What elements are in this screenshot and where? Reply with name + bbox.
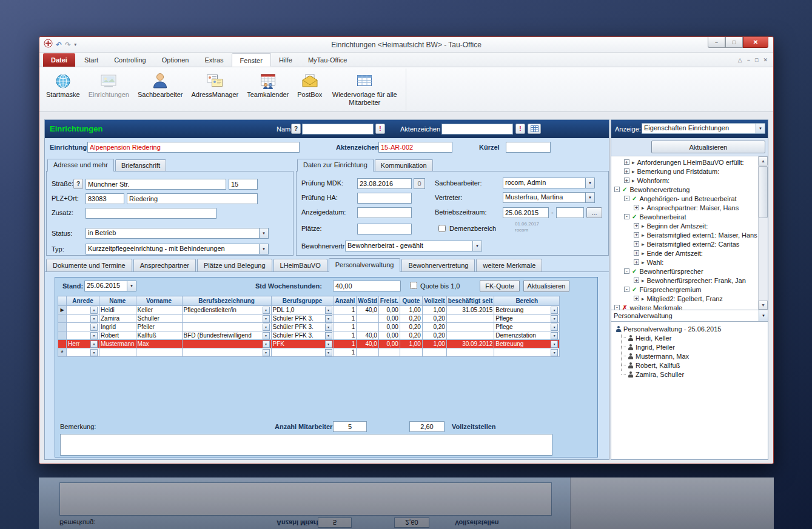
cell-bereich[interactable]: Betreuung▼: [494, 340, 560, 348]
cell-berufsbezeichnung[interactable]: BFD (Bundesfreiwilligend▼: [182, 331, 271, 340]
col-berufsgruppe[interactable]: Berufsgruppe: [271, 296, 334, 306]
ribbon-tab-controlling[interactable]: Controlling: [106, 53, 154, 67]
cell-wostd[interactable]: [357, 314, 378, 323]
expand-icon[interactable]: +: [624, 159, 629, 165]
cell-wostd[interactable]: 40,0: [357, 340, 378, 348]
ribbon-tab-start[interactable]: Start: [76, 53, 106, 67]
personalverwaltung-select[interactable]: Personalverwaltung ▼: [611, 310, 768, 322]
cell-berufsgruppe[interactable]: Schüler PFK 3.▼: [271, 314, 334, 323]
typ-select[interactable]: Kurzzeitpflegeeinrichtung - mit Behinder…: [86, 244, 269, 255]
row-selector[interactable]: [58, 331, 67, 340]
cell-name[interactable]: Mustermann: [99, 340, 136, 348]
cell-freist[interactable]: 0,00: [378, 314, 400, 323]
plz-input[interactable]: [86, 193, 124, 204]
aktenzeichen-search-input[interactable]: [441, 124, 513, 135]
undo-button[interactable]: ↶: [56, 41, 62, 48]
tree-item[interactable]: -✓Bewohnerfürsprecher: [611, 267, 768, 276]
pruefung-mdk-input[interactable]: [357, 178, 412, 189]
expand-icon[interactable]: -: [624, 196, 629, 201]
dropdown-arrow-icon[interactable]: ▼: [90, 332, 98, 339]
quote-checkbox[interactable]: [410, 282, 417, 289]
expand-icon[interactable]: +: [634, 250, 639, 256]
tree-item[interactable]: +▸Bemerkung und Fristdatum:: [611, 167, 768, 176]
col-bereich[interactable]: Bereich: [494, 296, 560, 306]
betriebszeitraum-von-input[interactable]: [503, 207, 549, 218]
cell-anrede[interactable]: ▼: [67, 348, 99, 357]
cell-quote[interactable]: 1,00: [400, 340, 422, 348]
cell-anrede[interactable]: ▼: [67, 331, 99, 340]
cell-wostd[interactable]: 40,0: [357, 331, 378, 340]
tree-scrollbar[interactable]: ▲ ▼: [758, 156, 768, 310]
dropdown-arrow-icon[interactable]: ▼: [551, 332, 558, 339]
cell-vorname[interactable]: Kallfuß: [136, 331, 182, 340]
tree-item[interactable]: +▸Wohnform:: [611, 176, 768, 185]
dropdown-arrow-icon[interactable]: ▼: [259, 228, 268, 238]
cell-quote[interactable]: 0,20: [400, 314, 422, 323]
cell-anrede[interactable]: Herr▼: [67, 340, 99, 348]
col-anzahl[interactable]: Anzahl: [334, 296, 357, 306]
col-vollzeit[interactable]: Vollzeit: [422, 296, 446, 306]
dropdown-arrow-icon[interactable]: ▼: [325, 307, 332, 314]
tab-ansprechpartner[interactable]: Ansprechpartner: [133, 259, 196, 271]
expand-icon[interactable]: +: [624, 178, 629, 183]
dropdown-arrow-icon[interactable]: ▼: [90, 324, 98, 331]
cell-name[interactable]: [99, 348, 136, 357]
dropdown-arrow-icon[interactable]: ▼: [551, 307, 558, 314]
expand-icon[interactable]: +: [634, 241, 639, 247]
tree-item[interactable]: -✓Bewohnerbeirat: [611, 212, 768, 221]
cell-berufsgruppe[interactable]: PFK▼: [271, 340, 334, 348]
personal-tree-item[interactable]: Mustermann, Max: [621, 351, 768, 361]
dropdown-arrow-icon[interactable]: ▼: [585, 193, 594, 202]
tab-daten-zur-einrichtung[interactable]: Daten zur Einrichtung: [297, 159, 374, 171]
ribbon-button-adressmanager[interactable]: AdressManager: [187, 68, 243, 100]
tab-personalverwaltung[interactable]: Personalverwaltung: [329, 258, 401, 272]
expand-icon[interactable]: -: [614, 305, 620, 310]
row-selector[interactable]: *: [58, 348, 67, 357]
cell-berufsgruppe[interactable]: PDL 1,0▼: [271, 306, 334, 314]
fk-quote-button[interactable]: FK-Quote: [480, 280, 520, 292]
betriebszeitraum-bis-input[interactable]: [556, 207, 584, 218]
cell-freist[interactable]: [378, 348, 400, 357]
dropdown-arrow-icon[interactable]: ▼: [259, 244, 268, 254]
cell-wostd[interactable]: [357, 323, 378, 331]
tree-item[interactable]: +▸Wahl:: [611, 258, 768, 267]
expand-icon[interactable]: +: [634, 223, 639, 228]
expand-icon[interactable]: +: [634, 278, 639, 283]
cell-berufsbezeichnung[interactable]: ▼: [182, 348, 271, 357]
dropdown-arrow-icon[interactable]: ▼: [263, 315, 270, 322]
strasse-input[interactable]: [86, 179, 226, 190]
ribbon-button-teamkalender[interactable]: Teamkalender: [243, 68, 293, 100]
cell-beschaeftigt-seit[interactable]: [446, 331, 494, 340]
row-selector[interactable]: [58, 323, 67, 331]
ribbon-tab-mytau-office[interactable]: MyTau-Office: [300, 53, 355, 67]
stand-select[interactable]: 25.06.2015▼: [84, 281, 136, 291]
cell-bereich[interactable]: ▼: [494, 348, 560, 357]
cell-vollzeit[interactable]: [422, 348, 446, 357]
ribbon-button-sachbearbeiter[interactable]: Sachbearbeiter: [133, 68, 187, 100]
ribbon-tab-fenster[interactable]: Fenster: [232, 53, 271, 67]
tree-item[interactable]: +▸Beginn der Amtszeit:: [611, 221, 768, 230]
cell-berufsgruppe[interactable]: Schüler PFK 3.▼: [271, 323, 334, 331]
tab-adresse-und-mehr[interactable]: Adresse und mehr: [47, 159, 114, 171]
personal-tree-item[interactable]: Zamira, Schuller: [621, 370, 768, 379]
personal-tree-item[interactable]: Heidi, Keller: [621, 333, 768, 342]
dropdown-arrow-icon[interactable]: ▼: [127, 281, 136, 291]
table-row[interactable]: ▼ Zamira Schuller ▼ Schüler PFK 3.▼ 1 0,…: [58, 314, 560, 323]
expand-icon[interactable]: -: [624, 268, 629, 274]
tree-item[interactable]: -✓Angehörigen- und Betreuerbeirat: [611, 194, 768, 203]
betriebszeitraum-browse-button[interactable]: ...: [586, 207, 602, 218]
table-row[interactable]: ▶ ▼ Heidi Keller Pflegedienstleiter/in▼ …: [58, 306, 560, 314]
cell-freist[interactable]: 0,00: [378, 306, 400, 314]
dropdown-arrow-icon[interactable]: ▼: [90, 307, 98, 314]
cell-freist[interactable]: 0,00: [378, 331, 400, 340]
child-minimize-button[interactable]: −: [747, 57, 750, 63]
dropdown-arrow-icon[interactable]: ▼: [551, 315, 558, 322]
personal-tree-item[interactable]: Ingrid, Pfeiler: [621, 342, 768, 351]
scroll-down-button[interactable]: ▼: [759, 301, 768, 310]
row-selector[interactable]: ▶: [58, 306, 67, 314]
personal-aktualisieren-button[interactable]: Aktualisieren: [523, 280, 569, 292]
redo-button[interactable]: ↷: [65, 41, 71, 48]
cell-anrede[interactable]: ▼: [67, 306, 99, 314]
personal-tree-item[interactable]: Robert, Kallfuß: [621, 361, 768, 370]
expand-icon[interactable]: +: [624, 168, 629, 174]
